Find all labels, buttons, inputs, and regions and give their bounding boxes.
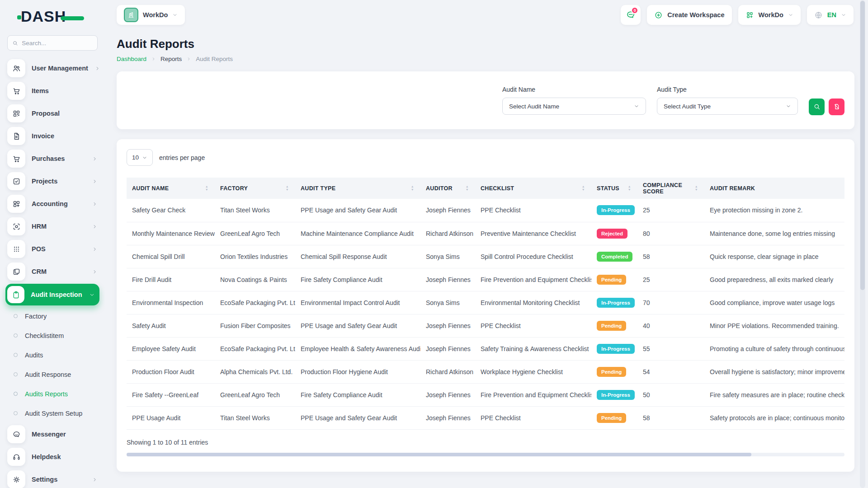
brand-logo[interactable]: DASH — [7, 0, 98, 33]
sidebar-menu: User ManagementItemsProposalInvoicePurch… — [7, 57, 98, 488]
bullet-icon — [14, 314, 18, 318]
column-label: AUDITOR — [426, 185, 453, 192]
column-header-status[interactable]: STATUS▲▼ — [591, 178, 637, 199]
sidebar-item-pos[interactable]: POS — [7, 238, 98, 260]
sidebar-item-settings[interactable]: Settings — [7, 468, 98, 488]
status-badge: In-Progress — [597, 298, 635, 308]
sidebar-subitem-audit-response[interactable]: Audit Response — [7, 365, 98, 384]
page-title: Audit Reports — [117, 37, 854, 51]
language-selector[interactable]: EN — [807, 5, 854, 25]
sidebar-item-proposal[interactable]: Proposal — [7, 102, 98, 125]
sidebar-search[interactable] — [7, 35, 98, 51]
language-label: EN — [827, 11, 836, 19]
cell-audit-type: PPE Usage and Safety Gear Audit — [295, 406, 420, 429]
cell-remark: Good compliance, improve water usage log… — [704, 291, 844, 314]
breadcrumb-dashboard[interactable]: Dashboard — [117, 56, 146, 62]
column-header-factory[interactable]: FACTORY▲▼ — [215, 178, 295, 199]
create-workspace-button[interactable]: Create Workspace — [647, 5, 731, 25]
column-label: CHECKLIST — [481, 185, 514, 192]
sidebar-item-crm[interactable]: CRM — [7, 260, 98, 283]
table-row: Employee Safety AuditEcoSafe Packaging P… — [127, 337, 844, 360]
cell-checklist: Workplace Hygiene Checklist — [475, 360, 591, 383]
cell-audit-type: Production Floor Hygiene Audit — [295, 360, 420, 383]
per-page-value: 10 — [132, 154, 139, 161]
sidebar-subitem-audits-reports[interactable]: Audits Reports — [7, 384, 98, 404]
column-header-audit-name[interactable]: AUDIT NAME▲▼ — [127, 178, 215, 199]
table-row: Production Floor AuditAlpha Chemicals Pv… — [127, 360, 844, 383]
sort-arrows-icon: ▲▼ — [582, 185, 586, 191]
sidebar-item-invoice[interactable]: Invoice — [7, 125, 98, 147]
sidebar-subitem-audit-system-setup[interactable]: Audit System Setup — [7, 404, 98, 423]
chevron-down-icon — [841, 12, 846, 18]
sidebar-item-label: CRM — [32, 268, 85, 275]
chevron-right-icon — [92, 178, 98, 184]
sidebar-item-items[interactable]: Items — [7, 80, 98, 102]
cell-factory: EcoSafe Packaging Pvt. Ltd. — [215, 337, 295, 360]
apps-menu-button[interactable]: WorkDo — [738, 5, 801, 25]
cell-audit-name: Production Floor Audit — [127, 360, 215, 383]
cell-remark: Overall hygiene is satisfactory; minor i… — [704, 360, 844, 383]
chevron-right-icon — [92, 246, 98, 252]
sidebar-subitem-checklistitem[interactable]: Checklistitem — [7, 326, 98, 345]
sidebar-item-audit-inspection[interactable]: Audit Inspection — [5, 284, 99, 305]
cell-audit-name: Employee Safety Audit — [127, 337, 215, 360]
cell-checklist: Environmental Monitoring Checklist — [475, 291, 591, 314]
cell-status: In-Progress — [591, 383, 637, 406]
cell-audit-type: Fire Safety Compliance Audit — [295, 268, 420, 291]
sidebar-item-messenger[interactable]: Messenger — [7, 423, 98, 446]
cell-audit-name: Monthly Maintenance Review — [127, 222, 215, 245]
cell-status: Pending — [591, 314, 637, 337]
cell-status: In-Progress — [591, 199, 637, 222]
sidebar-item-user-management[interactable]: User Management — [7, 57, 98, 80]
search-icon — [12, 40, 18, 47]
sidebar-item-label: HRM — [32, 223, 85, 230]
cell-score: 50 — [637, 383, 704, 406]
vertical-scrollbar[interactable] — [860, 0, 865, 488]
cell-score: 54 — [637, 360, 704, 383]
sidebar-item-purchases[interactable]: Purchases — [7, 147, 98, 170]
sidebar-item-hrm[interactable]: HRM — [7, 215, 98, 238]
audit-name-select[interactable]: Select Audit Name — [502, 98, 646, 115]
sidebar-item-projects[interactable]: Projects — [7, 170, 98, 192]
logo-accent-dot — [17, 15, 21, 19]
messages-count-badge: 0 — [631, 7, 638, 14]
chevron-down-icon — [142, 155, 147, 160]
audit-type-select[interactable]: Select Audit Type — [657, 98, 798, 115]
per-page-select[interactable]: 10 — [127, 149, 153, 166]
cell-score: 58 — [637, 406, 704, 429]
column-header-audit-type[interactable]: AUDIT TYPE▲▼ — [295, 178, 420, 199]
column-label: FACTORY — [220, 185, 248, 192]
sort-arrows-icon: ▲▼ — [628, 185, 632, 191]
horizontal-scrollbar[interactable] — [127, 453, 844, 456]
chevron-right-icon — [92, 477, 98, 483]
check-square-icon — [7, 172, 25, 190]
workspace-icon — [124, 8, 138, 22]
qr-icon — [7, 104, 25, 122]
breadcrumb: DashboardReportsAudit Reports — [117, 56, 854, 62]
cell-score: 58 — [637, 245, 704, 268]
column-header-auditor[interactable]: AUDITOR▲▼ — [420, 178, 475, 199]
search-input[interactable] — [22, 40, 93, 47]
cell-factory: Fusion Fiber Composites — [215, 314, 295, 337]
clear-filter-button[interactable] — [829, 99, 844, 115]
app-grid-icon — [745, 11, 754, 19]
sidebar-item-helpdesk[interactable]: Helpdesk — [7, 446, 98, 468]
cell-checklist: Fire Prevention and Equipment Checklist — [475, 383, 591, 406]
table-summary: Showing 1 to 10 of 11 entries — [117, 430, 854, 446]
column-header-checklist[interactable]: CHECKLIST▲▼ — [475, 178, 591, 199]
sidebar-subitem-factory[interactable]: Factory — [7, 306, 98, 326]
cell-audit-type: PPE Usage and Safety Gear Audit — [295, 199, 420, 222]
horizontal-scrollbar-thumb[interactable] — [127, 453, 751, 456]
search-icon — [813, 103, 821, 110]
column-header-compliance-score[interactable]: COMPLIANCE SCORE▲▼ — [637, 178, 704, 199]
cell-score: 55 — [637, 337, 704, 360]
cell-status: Pending — [591, 360, 637, 383]
apply-filter-button[interactable] — [809, 99, 825, 115]
sidebar-item-accounting[interactable]: Accounting — [7, 192, 98, 215]
messages-button[interactable]: 0 — [621, 5, 641, 25]
workspace-selector[interactable]: WorkDo — [117, 5, 185, 25]
vertical-scrollbar-thumb[interactable] — [860, 1, 865, 290]
cell-checklist: PPE Checklist — [475, 406, 591, 429]
sidebar-subitem-audits[interactable]: Audits — [7, 345, 98, 365]
main-content: WorkDo 0 Create Workspace WorkDo — [105, 0, 854, 488]
